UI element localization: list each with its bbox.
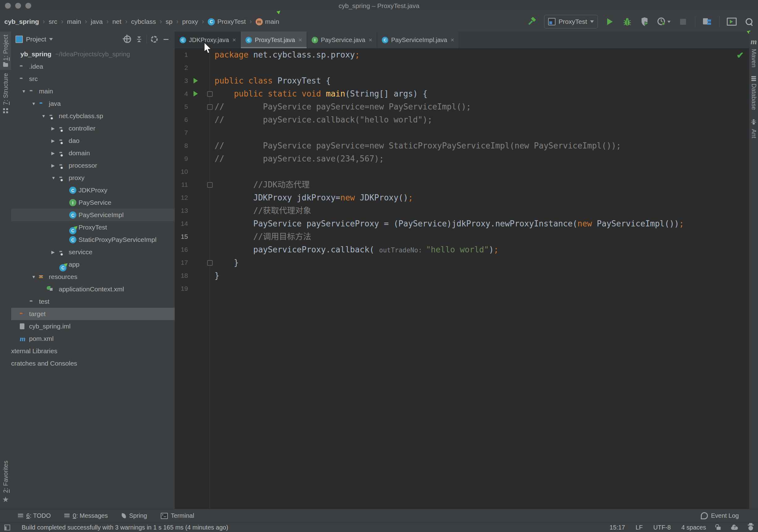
code-line[interactable]: 6// payService.callback("hello world"); — [175, 113, 749, 126]
tool-window-button-0-messages[interactable]: 0: Messages — [64, 512, 108, 519]
chevron-right-icon[interactable]: ▶ — [51, 246, 55, 258]
breadcrumb-item-proxy[interactable]: proxy — [182, 18, 198, 25]
code-line[interactable]: 5// PayService payService=new PayService… — [175, 100, 749, 113]
locate-file-button[interactable] — [123, 35, 132, 44]
event-log-button[interactable]: Event Log — [701, 509, 739, 522]
tree-item-resources[interactable]: ▼resources — [11, 271, 175, 283]
tree-item-processor[interactable]: ▶processor — [11, 159, 175, 172]
run-gutter-icon[interactable] — [193, 78, 198, 84]
tree-item-payservice[interactable]: IPayService — [11, 196, 175, 209]
tree-item-yb-spring[interactable]: yb_spring~/IdeaProjects/cyb_spring — [11, 48, 175, 60]
breadcrumb-item-main[interactable]: mmain — [256, 18, 279, 25]
lock-icon[interactable] — [717, 527, 721, 530]
breadcrumb-item-cybclass[interactable]: cybclass — [131, 18, 156, 25]
code-line[interactable]: 2 — [175, 61, 749, 74]
breadcrumb-item-proxytest[interactable]: CProxyTest — [208, 18, 246, 25]
run-button[interactable] — [605, 17, 615, 27]
project-structure-button[interactable] — [702, 17, 712, 27]
tab-payserviceimpl-java[interactable]: CPayServiceImpl.java× — [377, 32, 459, 48]
tool-window-button-6-todo[interactable]: 6: TODO — [18, 512, 51, 519]
chevron-down-icon[interactable]: ▼ — [32, 97, 36, 110]
debug-button[interactable] — [622, 17, 633, 27]
run-gutter-icon[interactable] — [193, 91, 198, 96]
code-line[interactable]: 13 //获取代理对象 — [175, 204, 749, 217]
sync-help-icon[interactable] — [731, 526, 738, 530]
tree-item-net-cybclass-sp[interactable]: ▼net.cybclass.sp — [11, 110, 175, 122]
indent-widget[interactable]: 4 spaces — [681, 524, 706, 531]
hide-panel-button[interactable] — [162, 35, 170, 44]
close-icon[interactable]: × — [450, 37, 454, 44]
tree-item-idea[interactable]: .idea — [11, 60, 175, 73]
stripe-button-database[interactable]: Database — [749, 71, 758, 113]
chevron-right-icon[interactable]: ▶ — [51, 134, 55, 147]
stripe-button-maven[interactable]: mMaven — [749, 32, 758, 71]
chevron-down-icon[interactable]: ▼ — [41, 110, 46, 122]
tab-proxytest-java[interactable]: CProxyTest.java× — [241, 32, 307, 48]
tool-window-button-terminal[interactable]: Terminal — [161, 512, 194, 519]
tree-item-pom-xml[interactable]: mpom.xml — [11, 333, 175, 345]
chevron-down-icon[interactable]: ▼ — [22, 85, 26, 97]
tree-item-test[interactable]: test — [11, 295, 175, 308]
code-line[interactable]: 3public class ProxyTest { — [175, 74, 749, 87]
tree-item-applicationcontext-xml[interactable]: applicationContext.xml — [11, 283, 175, 295]
panel-settings-button[interactable] — [150, 35, 158, 44]
chevron-down-icon[interactable]: ▼ — [32, 271, 36, 283]
code-line[interactable]: 19 — [175, 282, 749, 295]
chevron-right-icon[interactable]: ▶ — [51, 159, 55, 172]
breadcrumb-item-src[interactable]: src — [49, 18, 57, 25]
fold-marker-icon[interactable] — [207, 182, 213, 188]
close-icon[interactable]: × — [298, 37, 302, 44]
code-line[interactable]: 17 } — [175, 256, 749, 269]
tree-item-xternal-libraries[interactable]: xternal Libraries — [11, 345, 175, 357]
breadcrumb-item-java[interactable]: java — [91, 18, 103, 25]
chevron-down-icon[interactable] — [49, 38, 53, 41]
line-ending-widget[interactable]: LF — [636, 524, 643, 531]
tree-item-dao[interactable]: ▶dao — [11, 134, 175, 147]
breadcrumb-item-net[interactable]: net — [112, 18, 121, 25]
tree-item-controller[interactable]: ▶controller — [11, 122, 175, 134]
close-icon[interactable]: × — [232, 37, 236, 44]
search-everywhere-button[interactable] — [744, 17, 754, 27]
tree-item-java[interactable]: ▼java — [11, 97, 175, 110]
stripe-button-7-structure[interactable]: 7: Structure — [0, 70, 11, 117]
encoding-widget[interactable]: UTF-8 — [653, 524, 671, 531]
breadcrumb-item-sp[interactable]: sp — [166, 18, 172, 25]
tree-item-proxytest[interactable]: CProxyTest — [11, 221, 175, 233]
stripe-button-ant[interactable]: Ant — [749, 113, 758, 141]
code-line[interactable]: 11 //JDK动态代理 — [175, 178, 749, 191]
tab-payservice-java[interactable]: IPayService.java× — [307, 32, 377, 48]
stripe-button-1-project[interactable]: 1: Project — [0, 32, 11, 70]
stripe-button-2-favorites[interactable]: 2: Favorites★ — [0, 457, 11, 507]
code-line[interactable]: 1package net.cybclass.sp.proxy; — [175, 48, 749, 61]
code-line[interactable]: 4 public static void main(String[] args)… — [175, 87, 749, 100]
tree-item-target[interactable]: target — [11, 308, 175, 320]
chevron-down-icon[interactable]: ▼ — [51, 172, 56, 184]
breadcrumb-item-main[interactable]: main — [67, 18, 81, 25]
code-line[interactable]: 9// payService.save(234,567); — [175, 152, 749, 165]
toggle-tool-windows-icon[interactable] — [4, 525, 10, 530]
run-configuration-select[interactable]: ProxyTest — [544, 15, 598, 28]
chevron-right-icon[interactable]: ▶ — [51, 147, 55, 159]
tree-item-cratches-and-consoles[interactable]: cratches and Consoles — [11, 357, 175, 370]
coverage-button[interactable] — [639, 17, 650, 27]
tree-item-staticproxypayserviceimpl[interactable]: CStaticProxyPayServiceImpl — [11, 233, 175, 246]
tree-item-servicce[interactable]: ▶servicce — [11, 246, 175, 258]
chevron-right-icon[interactable]: ▶ — [51, 122, 55, 134]
fold-marker-icon[interactable] — [207, 91, 213, 97]
stop-button[interactable] — [678, 17, 688, 27]
code-line[interactable]: 18} — [175, 269, 749, 282]
highlighting-level-icon[interactable] — [748, 526, 753, 530]
code-line[interactable]: 16 payServiceProxy.callback( outTradeNo:… — [175, 243, 749, 256]
build-button[interactable] — [527, 17, 537, 27]
fold-marker-icon[interactable] — [207, 260, 213, 266]
code-line[interactable]: 7 — [175, 126, 749, 139]
profiler-button[interactable] — [657, 17, 671, 27]
code-area[interactable]: 1package net.cybclass.sp.proxy;23public … — [175, 48, 749, 509]
project-panel-title[interactable]: Project — [26, 36, 46, 43]
tree-item-main[interactable]: ▼main — [11, 85, 175, 97]
tree-item-src[interactable]: src — [11, 73, 175, 85]
tree-item-app[interactable]: Capp — [11, 258, 175, 271]
code-line[interactable]: 14 PayService payServiceProxy = (PayServ… — [175, 217, 749, 230]
code-line[interactable]: 12 JDKProxy jdkProxy=new JDKProxy(); — [175, 191, 749, 204]
breadcrumb-item-cyb-spring[interactable]: cyb_spring — [4, 18, 39, 25]
